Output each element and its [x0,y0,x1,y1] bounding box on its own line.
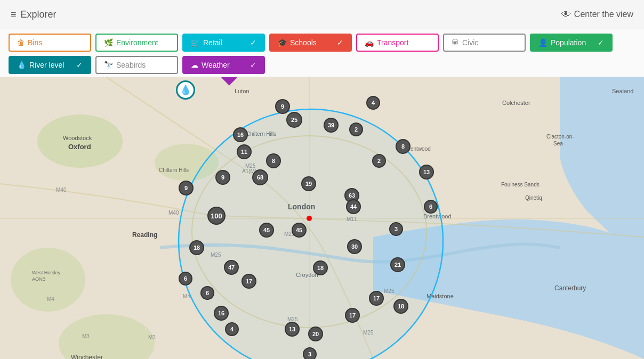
retail-icon: 🛒 [191,38,200,47]
header-left: ≡ Explorer [11,9,57,20]
cluster-marker[interactable]: 8 [396,139,410,154]
tag-civic[interactable]: 🏛Civic [443,34,526,52]
weather-check-icon: ✓ [250,61,256,69]
cluster-marker[interactable]: 17 [369,291,384,306]
svg-text:Clacton-on-: Clacton-on- [546,134,574,140]
svg-text:Canterbury: Canterbury [554,284,586,292]
cluster-marker[interactable]: 44 [346,199,361,214]
cluster-marker[interactable]: 16 [214,306,229,321]
svg-text:M4: M4 [47,296,54,302]
cluster-marker[interactable]: 30 [347,239,362,254]
svg-text:Colchester: Colchester [502,100,530,106]
tagbar: 🗑Bins🌿Environment🛒Retail✓🎓Schools✓🚗Trans… [0,29,644,77]
tag-transport[interactable]: 🚗Transport [356,34,439,52]
svg-point-45 [307,216,312,221]
svg-point-2 [37,115,123,168]
svg-text:West Horsley: West Horsley [32,270,61,275]
civic-label: Civic [462,38,478,47]
tag-retail[interactable]: 🛒Retail✓ [182,34,265,52]
river-icon: 💧 [17,61,26,69]
tag-schools[interactable]: 🎓Schools✓ [269,34,352,52]
schools-label: Schools [290,38,317,47]
cluster-marker[interactable]: 6 [424,200,438,214]
svg-text:M40: M40 [168,210,179,216]
svg-text:Qinetiq: Qinetiq [525,195,542,201]
cluster-marker[interactable]: 20 [308,327,323,341]
cluster-marker[interactable]: 17 [241,274,256,289]
svg-text:Reading: Reading [132,231,157,239]
svg-text:Woodstock: Woodstock [63,135,92,141]
cluster-marker[interactable]: 9 [179,181,194,195]
population-icon: 👤 [538,38,548,47]
cluster-marker[interactable]: 45 [259,223,274,238]
cluster-marker[interactable]: 2 [349,123,363,136]
population-label: Population [551,38,586,47]
bins-icon: 🗑 [17,38,25,47]
svg-text:Oxford: Oxford [68,143,91,151]
civic-icon: 🏛 [452,38,459,47]
cluster-marker[interactable]: 47 [224,260,239,275]
population-check-icon: ✓ [598,38,604,47]
cluster-marker[interactable]: 45 [292,223,307,238]
svg-text:Sealand: Sealand [612,88,633,94]
weather-marker[interactable] [220,77,239,81]
environment-icon: 🌿 [104,38,113,47]
cluster-marker[interactable]: 9 [215,170,230,185]
cluster-marker[interactable]: 100 [207,207,226,225]
tag-weather[interactable]: ☁Weather✓ [182,56,265,74]
app-title: Explorer [21,9,57,20]
cluster-marker[interactable]: 4 [366,96,380,110]
svg-text:M3: M3 [148,334,156,340]
cluster-marker[interactable]: 17 [345,308,360,323]
cluster-marker[interactable]: 21 [390,257,405,272]
svg-text:Foulness Sands: Foulness Sands [501,182,540,187]
cluster-marker[interactable]: 18 [393,299,408,314]
schools-icon: 🎓 [278,38,287,47]
svg-text:AONB: AONB [32,276,46,282]
cluster-marker[interactable]: 13 [285,322,300,337]
svg-text:M40: M40 [56,187,67,193]
transport-icon: 🚗 [365,38,374,47]
cluster-marker[interactable]: 4 [225,322,239,336]
seabirds-label: Seabirds [116,61,146,69]
svg-text:Luton: Luton [235,88,249,94]
cluster-marker[interactable]: 68 [252,169,268,185]
cluster-marker[interactable]: 2 [372,154,386,168]
svg-text:Winchester: Winchester [71,354,103,359]
river-label: River level [29,61,64,69]
cluster-marker[interactable]: 39 [324,118,339,133]
cluster-marker[interactable]: 11 [237,144,252,159]
eye-icon: 👁 [561,9,571,20]
cluster-marker[interactable]: 3 [303,347,317,359]
bins-label: Bins [28,38,42,47]
tag-seabirds[interactable]: 🔭Seabirds [95,56,178,74]
cluster-marker[interactable]: 6 [200,286,214,300]
tag-environment[interactable]: 🌿Environment [95,34,178,52]
svg-text:Sea: Sea [553,141,563,146]
tag-population[interactable]: 👤Population✓ [530,34,613,52]
river-marker[interactable]: 💧 [176,80,195,100]
cluster-marker[interactable]: 13 [419,165,434,180]
weather-label: Weather [202,61,230,69]
cluster-marker[interactable]: 8 [266,153,281,168]
map-container: M40 M40 M4 M4 M25 M3 M3 M25 M11 M25 M25 … [0,77,644,359]
cluster-marker[interactable]: 16 [233,127,248,142]
environment-label: Environment [116,38,158,47]
cluster-marker[interactable]: 3 [389,222,403,236]
cluster-marker[interactable]: 9 [275,99,290,114]
weather-icon: ☁ [191,61,198,69]
cluster-marker[interactable]: 18 [313,260,328,275]
transport-label: Transport [377,38,408,47]
tag-river[interactable]: 💧River level✓ [9,56,91,74]
schools-check-icon: ✓ [337,38,343,47]
cluster-marker[interactable]: 25 [286,112,302,128]
tag-bins[interactable]: 🗑Bins [9,34,91,52]
menu-icon[interactable]: ≡ [11,9,17,20]
cluster-marker[interactable]: 6 [179,272,192,285]
header: ≡ Explorer 👁 Center the view [0,0,644,29]
center-view-button[interactable]: 👁 Center the view [561,9,633,20]
river-check-icon: ✓ [76,61,83,69]
cluster-marker[interactable]: 19 [301,176,316,191]
cluster-marker[interactable]: 18 [189,240,204,255]
retail-label: Retail [203,38,222,47]
